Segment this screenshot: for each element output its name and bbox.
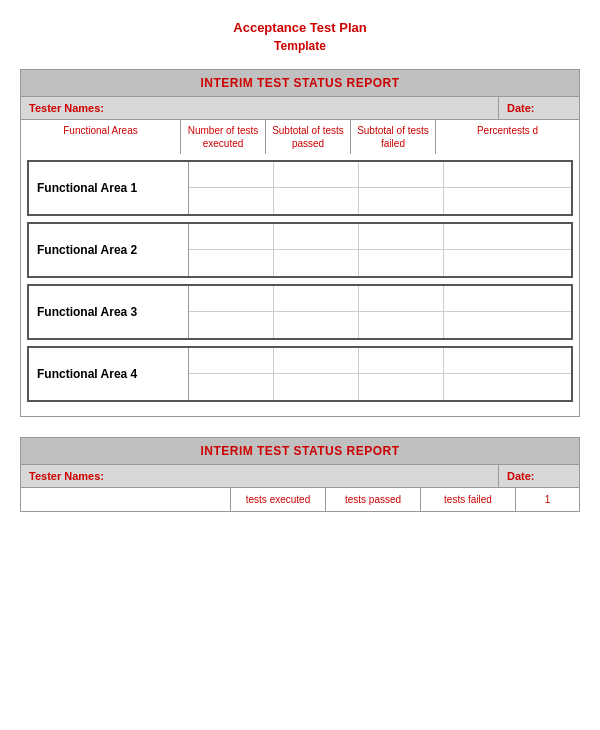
pch-fa: [21, 488, 231, 511]
col-header-failed: Subtotal of tests failed: [351, 120, 436, 154]
fa-data-failed-2[interactable]: [359, 224, 444, 276]
fa-label-1: Functional Area 1: [29, 162, 189, 214]
fa-data-num-1[interactable]: [189, 162, 274, 214]
fa-data-num-3[interactable]: [189, 286, 274, 338]
tester-row-2: Tester Names: Date:: [21, 464, 579, 487]
fa-data-passed-3[interactable]: [274, 286, 359, 338]
fa-data-failed-3[interactable]: [359, 286, 444, 338]
pch-pass: tests passed: [326, 488, 421, 511]
fa-data-pct-3[interactable]: [444, 286, 571, 338]
col-header-pct: Percentests d: [436, 120, 579, 154]
tester-row-1: Tester Names: Date:: [21, 96, 579, 119]
tester-name-label-1: Tester Names:: [21, 97, 499, 119]
col-headers-1: Functional Areas Number of tests execute…: [21, 119, 579, 154]
fa-data-failed-1[interactable]: [359, 162, 444, 214]
fa-data-passed-4[interactable]: [274, 348, 359, 400]
fa-data-pct-2[interactable]: [444, 224, 571, 276]
fa-data-failed-4[interactable]: [359, 348, 444, 400]
pch-rest: 1: [516, 488, 579, 511]
fa-data-pct-4[interactable]: [444, 348, 571, 400]
report-header-1: INTERIM TEST STATUS REPORT: [21, 70, 579, 96]
fa-row-1: Functional Area 1: [27, 160, 573, 216]
fa-label-2: Functional Area 2: [29, 224, 189, 276]
date-label-2: Date:: [499, 465, 579, 487]
report-header-2: INTERIM TEST STATUS REPORT: [21, 438, 579, 464]
fa-label-4: Functional Area 4: [29, 348, 189, 400]
col-header-num: Number of tests executed: [181, 120, 266, 154]
fa-data-passed-2[interactable]: [274, 224, 359, 276]
fa-data-pct-1[interactable]: [444, 162, 571, 214]
fa-label-3: Functional Area 3: [29, 286, 189, 338]
col-header-passed: Subtotal of tests passed: [266, 120, 351, 154]
tester-name-label-2: Tester Names:: [21, 465, 499, 487]
partial-col-headers: tests executed tests passed tests failed…: [21, 487, 579, 511]
date-label-1: Date:: [499, 97, 579, 119]
fa-row-2: Functional Area 2: [27, 222, 573, 278]
fa-row-3: Functional Area 3: [27, 284, 573, 340]
report-section-1: INTERIM TEST STATUS REPORT Tester Names:…: [20, 69, 580, 417]
fa-data-num-2[interactable]: [189, 224, 274, 276]
pch-fail: tests failed: [421, 488, 516, 511]
report-section-2: INTERIM TEST STATUS REPORT Tester Names:…: [20, 437, 580, 512]
fa-row-4: Functional Area 4: [27, 346, 573, 402]
col-header-fa: Functional Areas: [21, 120, 181, 154]
pch-exec: tests executed: [231, 488, 326, 511]
page-title: Acceptance Test Plan: [20, 20, 580, 35]
page-subtitle: Template: [20, 39, 580, 53]
fa-data-passed-1[interactable]: [274, 162, 359, 214]
fa-data-num-4[interactable]: [189, 348, 274, 400]
